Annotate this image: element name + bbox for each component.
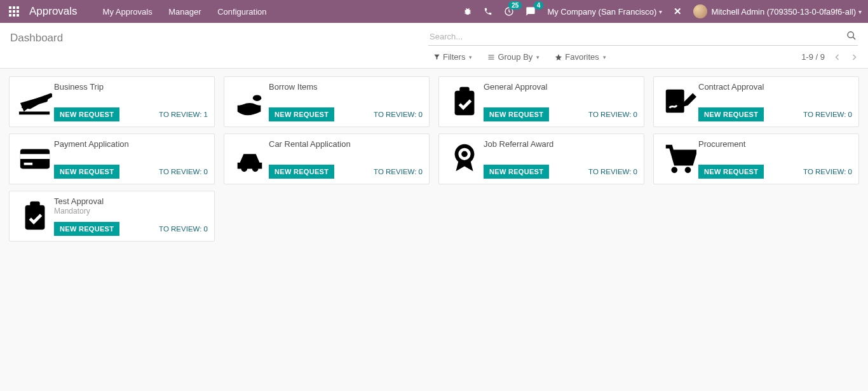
car-icon — [231, 139, 269, 179]
clipboard-icon — [16, 196, 54, 236]
new-request-button[interactable]: NEW REQUEST — [269, 107, 334, 121]
search-input[interactable] — [428, 29, 858, 46]
new-request-button[interactable]: NEW REQUEST — [54, 222, 119, 236]
breadcrumb: Dashboard — [10, 29, 63, 45]
company-switcher[interactable]: My Company (San Francisco)▾ — [547, 7, 662, 17]
favorites-button[interactable]: Favorites▾ — [555, 52, 606, 62]
to-review-link[interactable]: TO REVIEW: 0 — [374, 111, 423, 118]
new-request-button[interactable]: NEW REQUEST — [269, 165, 334, 179]
card-icon — [16, 139, 54, 179]
close-icon[interactable]: ✕ — [674, 6, 682, 17]
approval-card[interactable]: Test ApprovalMandatoryNEW REQUESTTO REVI… — [9, 191, 215, 242]
apps-icon[interactable] — [6, 4, 22, 19]
to-review-link[interactable]: TO REVIEW: 0 — [803, 168, 852, 175]
to-review-link[interactable]: TO REVIEW: 0 — [803, 111, 852, 118]
card-title: General Approval — [484, 82, 637, 92]
pager-next-icon[interactable] — [850, 53, 858, 61]
svg-rect-3 — [9, 10, 11, 13]
approval-card[interactable]: Contract ApprovalNEW REQUESTTO REVIEW: 0 — [653, 76, 859, 127]
to-review-link[interactable]: TO REVIEW: 1 — [159, 111, 208, 118]
svg-rect-1 — [13, 6, 15, 9]
new-request-button[interactable]: NEW REQUEST — [698, 165, 764, 179]
activity-icon[interactable]: 25 — [504, 6, 514, 17]
svg-rect-6 — [9, 14, 11, 17]
cart-icon — [660, 139, 698, 179]
svg-rect-0 — [9, 6, 11, 9]
svg-rect-7 — [13, 14, 15, 17]
card-title: Borrow Items — [269, 82, 423, 92]
card-title: Job Referral Award — [484, 139, 637, 149]
clipboard-icon — [445, 82, 484, 121]
user-menu[interactable]: Mitchell Admin (709350-13-0-0fa9f6-all)▾ — [693, 4, 862, 18]
card-title: Car Rental Application — [269, 139, 423, 149]
sign-icon — [660, 82, 698, 121]
approval-card[interactable]: Car Rental ApplicationNEW REQUESTTO REVI… — [224, 134, 430, 184]
svg-rect-5 — [17, 10, 19, 13]
user-name: Mitchell Admin (709350-13-0-0fa9f6-all) — [711, 7, 856, 17]
approval-card[interactable]: Business TripNEW REQUESTTO REVIEW: 1 — [9, 76, 215, 127]
pager-prev-icon[interactable] — [834, 53, 841, 61]
card-title: Payment Application — [54, 139, 208, 149]
group-by-button[interactable]: Group By▾ — [487, 52, 539, 62]
approval-card[interactable]: Payment ApplicationNEW REQUESTTO REVIEW:… — [9, 134, 215, 184]
new-request-button[interactable]: NEW REQUEST — [484, 107, 549, 121]
phone-icon[interactable] — [484, 7, 492, 16]
menu-manager[interactable]: Manager — [168, 7, 201, 17]
chat-icon[interactable]: 4 — [526, 6, 536, 17]
to-review-link[interactable]: TO REVIEW: 0 — [159, 225, 208, 233]
chat-badge: 4 — [534, 1, 544, 10]
svg-point-10 — [848, 32, 853, 38]
card-title: Procurement — [698, 139, 852, 149]
approval-card[interactable]: General ApprovalNEW REQUESTTO REVIEW: 0 — [438, 76, 644, 127]
activity-badge: 25 — [508, 1, 522, 10]
app-title[interactable]: Approvals — [29, 5, 78, 18]
hand-icon — [231, 82, 269, 121]
plane-icon — [16, 82, 54, 121]
card-subtitle: Mandatory — [54, 207, 208, 216]
menu-my-approvals[interactable]: My Approvals — [103, 7, 153, 17]
kanban-board: Business TripNEW REQUESTTO REVIEW: 1Borr… — [0, 69, 868, 249]
approval-card[interactable]: Job Referral AwardNEW REQUESTTO REVIEW: … — [438, 134, 644, 184]
svg-rect-8 — [17, 14, 19, 17]
card-title: Business Trip — [54, 82, 208, 92]
filters-button[interactable]: Filters▾ — [433, 52, 472, 62]
to-review-link[interactable]: TO REVIEW: 0 — [374, 168, 423, 175]
card-title: Test Approval — [54, 196, 208, 206]
new-request-button[interactable]: NEW REQUEST — [54, 165, 119, 179]
approval-card[interactable]: Borrow ItemsNEW REQUESTTO REVIEW: 0 — [224, 76, 430, 127]
search-icon[interactable] — [846, 31, 857, 41]
menu-configuration[interactable]: Configuration — [217, 7, 266, 17]
control-panel: Dashboard Filters▾ Group By▾ Favorites▾ … — [0, 23, 868, 69]
approval-card[interactable]: ProcurementNEW REQUESTTO REVIEW: 0 — [653, 134, 859, 184]
svg-rect-4 — [13, 10, 15, 13]
nav-menu: My Approvals Manager Configuration — [103, 7, 281, 17]
new-request-button[interactable]: NEW REQUEST — [698, 107, 764, 121]
pager-text[interactable]: 1-9 / 9 — [801, 52, 825, 62]
to-review-link[interactable]: TO REVIEW: 0 — [588, 111, 637, 118]
avatar — [693, 4, 707, 18]
new-request-button[interactable]: NEW REQUEST — [484, 165, 549, 179]
to-review-link[interactable]: TO REVIEW: 0 — [588, 168, 637, 175]
new-request-button[interactable]: NEW REQUEST — [54, 107, 119, 121]
card-title: Contract Approval — [698, 82, 852, 92]
bug-icon[interactable] — [463, 7, 472, 16]
award-icon — [445, 139, 484, 179]
navbar: Approvals My Approvals Manager Configura… — [0, 0, 868, 23]
svg-rect-2 — [17, 6, 19, 9]
to-review-link[interactable]: TO REVIEW: 0 — [159, 168, 208, 175]
